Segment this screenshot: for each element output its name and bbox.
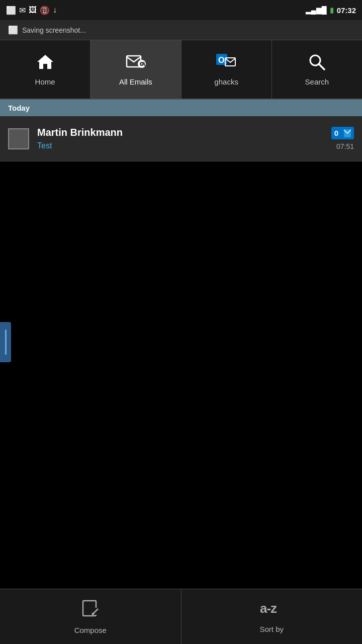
email-subject: Test [37, 141, 326, 150]
tab-ghacks-label: ghacks [214, 77, 238, 86]
home-icon [36, 53, 54, 73]
battery-icon: ▮ [330, 6, 334, 14]
section-header-text: Today [8, 104, 30, 112]
compose-icon [81, 599, 100, 622]
email-checkbox[interactable] [8, 128, 29, 149]
outlook-badge-label: 0 [334, 129, 338, 137]
svg-text:a-z: a-z [260, 601, 277, 616]
status-icons-left: ⬜ ✉ 🖼 📵 ↓ [6, 6, 57, 15]
search-icon [308, 53, 326, 73]
email-list: Martin Brinkmann Test 0 07:51 [0, 116, 362, 162]
main-content [0, 162, 362, 514]
all-emails-icon [126, 53, 146, 73]
screenshot-icon: ⬜ [6, 6, 16, 15]
email-time: 07:51 [336, 142, 354, 150]
scroll-indicator[interactable] [0, 322, 11, 362]
status-icons-right: ▂▄▆█ ▮ 07:32 [306, 6, 356, 15]
image-icon: 🖼 [29, 6, 37, 15]
screenshot-small-icon: ⬜ [8, 25, 18, 35]
svg-rect-14 [91, 608, 98, 615]
scroll-indicator-line [5, 330, 7, 355]
svg-text:O: O [218, 56, 224, 64]
email-content: Martin Brinkmann Test [37, 127, 326, 150]
tab-bar: Home All Emails O [0, 40, 362, 100]
ghacks-icon: O [216, 53, 236, 73]
arrow-icon: ↓ [53, 6, 57, 15]
status-bar: ⬜ ✉ 🖼 📵 ↓ ▂▄▆█ ▮ 07:32 [0, 0, 362, 20]
sort-icon: a-z [259, 600, 284, 621]
table-row[interactable]: Martin Brinkmann Test 0 07:51 [0, 116, 362, 162]
envelope-badge-icon [340, 129, 351, 137]
section-header-today: Today [0, 100, 362, 116]
mail-icon: ✉ [19, 6, 26, 15]
svg-line-10 [319, 64, 324, 69]
notification-text: Saving screenshot... [22, 26, 86, 34]
sort-by-label: Sort by [259, 625, 284, 633]
bottom-bar: Compose a-z Sort by [0, 589, 362, 644]
status-time: 07:32 [337, 6, 356, 15]
tab-ghacks[interactable]: O ghacks [182, 40, 272, 99]
phone-icon: 📵 [40, 6, 50, 15]
tab-all-emails-label: All Emails [119, 77, 152, 86]
notification-bar: ⬜ Saving screenshot... [0, 20, 362, 40]
compose-label: Compose [74, 626, 107, 634]
tab-home[interactable]: Home [0, 40, 90, 99]
tab-search[interactable]: Search [272, 40, 362, 99]
tab-home-label: Home [35, 77, 55, 86]
svg-point-4 [141, 63, 142, 65]
email-sender: Martin Brinkmann [37, 127, 326, 138]
tab-all-emails[interactable]: All Emails [90, 40, 181, 99]
svg-marker-0 [37, 55, 53, 69]
sort-by-button[interactable]: a-z Sort by [182, 589, 363, 644]
email-meta: 0 07:51 [331, 127, 354, 150]
tab-search-label: Search [305, 77, 329, 86]
compose-button[interactable]: Compose [0, 589, 182, 644]
outlook-badge: 0 [331, 127, 354, 139]
signal-icon: ▂▄▆█ [306, 6, 327, 14]
